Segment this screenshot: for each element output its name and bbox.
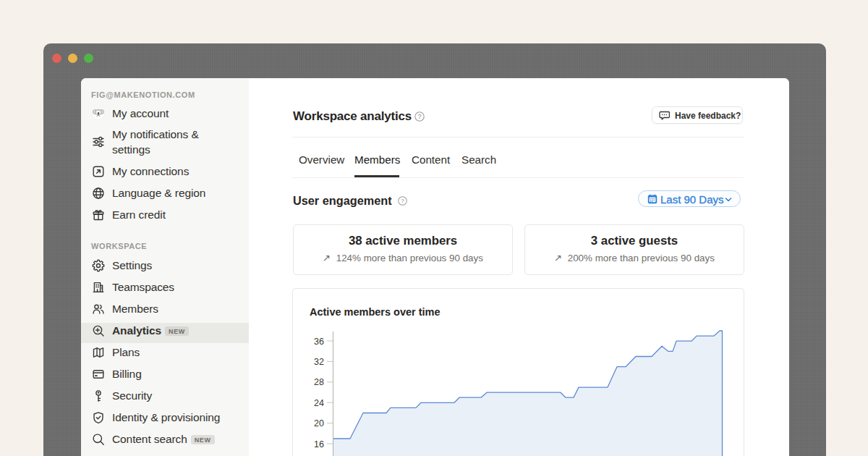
svg-text:20: 20 (314, 418, 324, 428)
svg-text:24: 24 (314, 398, 324, 408)
svg-text:16: 16 (314, 439, 324, 449)
svg-text:36: 36 (314, 337, 324, 347)
svg-text:28: 28 (314, 377, 324, 387)
svg-text:?: ? (401, 198, 404, 204)
svg-text:32: 32 (314, 357, 324, 367)
svg-text:?: ? (418, 113, 422, 120)
